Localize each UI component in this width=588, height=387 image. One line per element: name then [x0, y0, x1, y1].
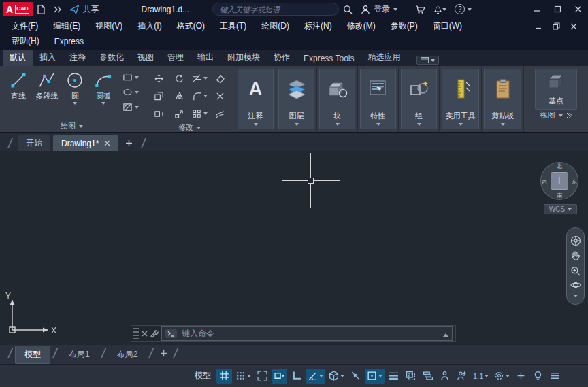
- file-tab-start[interactable]: 开始: [18, 135, 50, 151]
- maximize-button[interactable]: [547, 0, 568, 18]
- steering-wheel-icon[interactable]: [570, 235, 581, 246]
- close-button[interactable]: [568, 0, 588, 18]
- app-store-button[interactable]: [411, 0, 429, 18]
- hatch-button[interactable]: [120, 101, 141, 114]
- circle-button[interactable]: 圆: [61, 68, 90, 120]
- viewcube-west-label[interactable]: 西: [542, 178, 547, 186]
- menu-help[interactable]: 帮助(H): [4, 34, 47, 48]
- pan-hand-icon[interactable]: [570, 250, 581, 261]
- group-button[interactable]: 组: [401, 69, 437, 129]
- autocad-logo[interactable]: A CAD: [3, 2, 33, 16]
- menu-window[interactable]: 窗口(W): [425, 19, 470, 33]
- erase-button[interactable]: [210, 69, 230, 87]
- polyline-button[interactable]: 多段线: [33, 68, 61, 120]
- sign-in-button[interactable]: 登录: [357, 0, 402, 18]
- menu-edit[interactable]: 编辑(E): [46, 19, 88, 33]
- lineweight-toggle[interactable]: [386, 369, 402, 384]
- help-button[interactable]: ?: [451, 0, 476, 18]
- command-line-bar[interactable]: 键入命令: [131, 325, 456, 342]
- command-close-button[interactable]: [142, 331, 148, 337]
- dynamic-input-toggle[interactable]: [272, 369, 287, 384]
- viewcube-south-label[interactable]: 南: [557, 192, 562, 199]
- scale-button[interactable]: [169, 105, 189, 122]
- ribbon-tab-collaborate[interactable]: 协作: [267, 50, 297, 66]
- notifications-button[interactable]: [429, 0, 451, 18]
- command-bar-grip[interactable]: [133, 328, 139, 339]
- auto-scale-toggle[interactable]: [454, 369, 470, 384]
- ortho-mode-toggle[interactable]: [289, 369, 304, 384]
- ribbon-display-toggle[interactable]: [416, 56, 439, 65]
- copy-button[interactable]: [148, 87, 169, 105]
- snap-mode-toggle[interactable]: [233, 369, 253, 384]
- panel-modify-footer[interactable]: 修改: [144, 122, 235, 133]
- layers-button[interactable]: 图层: [278, 69, 314, 129]
- array-button[interactable]: [189, 105, 210, 122]
- customization-button[interactable]: [547, 369, 563, 384]
- annotation-monitor-toggle[interactable]: [513, 369, 529, 384]
- stretch-button[interactable]: [148, 105, 169, 122]
- ribbon-tab-annotate[interactable]: 注释: [63, 50, 93, 66]
- ribbon-tab-express[interactable]: Express Tools: [297, 52, 361, 66]
- ribbon-tab-manage[interactable]: 管理: [161, 50, 191, 66]
- ribbon-tab-addins[interactable]: 附加模块: [220, 50, 267, 66]
- explode-button[interactable]: [210, 87, 230, 105]
- object-snap-tracking-toggle[interactable]: [348, 369, 363, 384]
- menu-insert[interactable]: 插入(I): [130, 19, 169, 33]
- ribbon-tab-insert[interactable]: 插入: [33, 50, 63, 66]
- workspace-switching-button[interactable]: [492, 369, 512, 384]
- share-button[interactable]: 共享: [65, 0, 103, 18]
- menu-tools[interactable]: 工具(T): [212, 19, 254, 33]
- zoom-icon[interactable]: [570, 266, 581, 276]
- transparency-toggle[interactable]: [403, 369, 419, 384]
- arc-button[interactable]: 圆弧: [89, 68, 118, 120]
- fillet-button[interactable]: [189, 87, 210, 105]
- ribbon-tab-featured[interactable]: 精选应用: [361, 50, 407, 66]
- layout-tab-layout2[interactable]: 布局2: [108, 346, 147, 363]
- tab-close-icon[interactable]: [104, 140, 110, 146]
- viewcube-east-label[interactable]: 东: [572, 178, 577, 186]
- model-space-button[interactable]: 模型: [191, 370, 215, 382]
- doc-close-button[interactable]: [566, 20, 581, 33]
- ribbon-tab-output[interactable]: 输出: [191, 50, 220, 66]
- viewcube-top-face[interactable]: 上: [551, 172, 568, 190]
- new-file-button[interactable]: [33, 0, 50, 18]
- clipboard-button[interactable]: 剪贴板: [484, 69, 521, 129]
- menu-express[interactable]: Express: [47, 35, 91, 48]
- menu-draw[interactable]: 绘图(D): [254, 19, 297, 33]
- minimize-button[interactable]: [527, 0, 547, 18]
- search-button[interactable]: [339, 0, 357, 18]
- search-input[interactable]: [212, 3, 339, 16]
- line-button[interactable]: 直线: [4, 68, 33, 120]
- ellipse-button[interactable]: [120, 86, 141, 99]
- trim-button[interactable]: [189, 69, 210, 87]
- wcs-dropdown[interactable]: WCS: [544, 204, 577, 214]
- object-snap-toggle[interactable]: [365, 369, 385, 384]
- qat-overflow-button[interactable]: [50, 0, 65, 18]
- annotation-scale-button[interactable]: 1:1: [471, 369, 491, 384]
- rectangle-button[interactable]: [120, 71, 141, 84]
- isolate-objects-button[interactable]: [530, 369, 546, 384]
- grid-toggle[interactable]: [216, 369, 232, 384]
- rotate-button[interactable]: [169, 69, 189, 87]
- ribbon-tab-home[interactable]: 默认: [3, 50, 33, 66]
- polar-tracking-toggle[interactable]: [306, 369, 325, 384]
- drawing-canvas[interactable]: 北 西 东 南 上 WCS Y X: [0, 151, 588, 345]
- command-history-button[interactable]: [443, 329, 448, 339]
- command-input[interactable]: 键入命令: [161, 326, 453, 341]
- file-tab-drawing1[interactable]: Drawing1*: [53, 135, 118, 151]
- selection-cycling-toggle[interactable]: [420, 369, 436, 384]
- panel-draw-footer[interactable]: 绘图: [0, 120, 144, 132]
- isometric-drafting-toggle[interactable]: [327, 369, 346, 384]
- viewcube-north-label[interactable]: 北: [557, 163, 562, 170]
- viewcube[interactable]: 北 西 东 南 上: [540, 162, 578, 200]
- utilities-button[interactable]: 实用工具: [442, 69, 479, 129]
- new-drawing-button[interactable]: [122, 137, 135, 149]
- panel-view-footer[interactable]: 视图: [524, 110, 588, 121]
- doc-restore-button[interactable]: [549, 20, 564, 33]
- mirror-button[interactable]: [169, 87, 189, 105]
- menu-file[interactable]: 文件(F): [4, 19, 46, 33]
- ribbon-tab-parametric[interactable]: 参数化: [93, 50, 131, 66]
- menu-format[interactable]: 格式(O): [169, 19, 212, 33]
- offset-button[interactable]: [210, 105, 230, 122]
- navbar-more-icon[interactable]: [574, 295, 578, 297]
